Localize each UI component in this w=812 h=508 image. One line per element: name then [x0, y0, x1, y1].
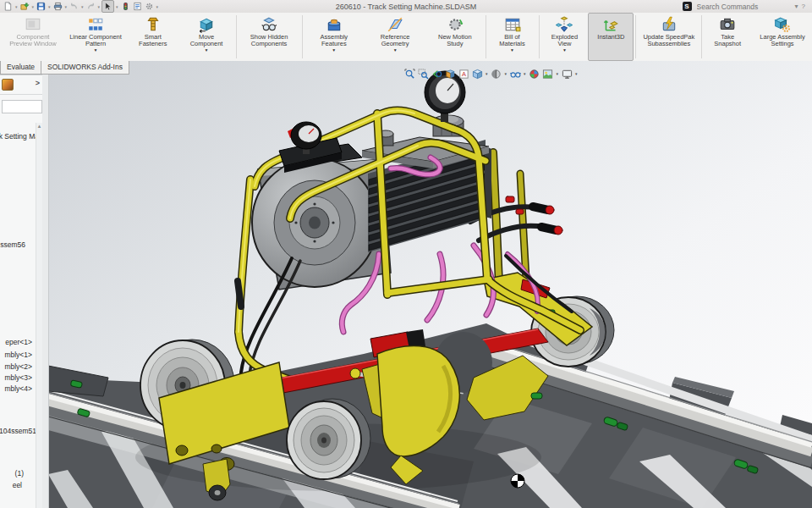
- options-gear-button[interactable]: [144, 1, 155, 12]
- tree-item[interactable]: mbly<4>: [4, 384, 32, 393]
- feature-manager-panel: > ck Setting Massem56eper<1>mbly<1>mbly<…: [0, 75, 42, 508]
- tree-item[interactable]: mbly<1>: [4, 351, 32, 359]
- new-motion-study-icon: [447, 16, 464, 33]
- bill-of-materials-button[interactable]: Bill of Materials▼: [488, 13, 537, 61]
- save-icon: [36, 2, 46, 11]
- options-gear-icon: [145, 2, 154, 11]
- print-button[interactable]: [52, 1, 63, 12]
- redo-icon: [86, 2, 96, 11]
- move-component-button[interactable]: Move Component▼: [179, 13, 234, 61]
- ribbon-button-label: Component Preview Window: [5, 34, 61, 47]
- ribbon-button-label: Assembly Features: [308, 34, 361, 47]
- feature-tree: ck Setting Massem56eper<1>mbly<1>mbly<2>…: [0, 119, 37, 508]
- smart-fasteners-icon: [145, 16, 162, 33]
- scroll-up-icon[interactable]: ▲: [36, 123, 42, 130]
- ribbon-group-separator: [635, 15, 636, 58]
- ribbon-group-separator: [486, 15, 486, 58]
- ribbon-button-label: Large Assembly Settings: [754, 34, 810, 47]
- search-dropdown-icon[interactable]: ▾: [795, 3, 798, 10]
- solidworks-logo-icon: S: [683, 2, 692, 11]
- ribbon-button-label: Bill of Materials: [491, 34, 534, 47]
- tab-evaluate[interactable]: Evaluate: [0, 61, 41, 75]
- redo-button[interactable]: [85, 1, 96, 12]
- tree-item[interactable]: (1): [15, 469, 24, 478]
- save-button[interactable]: [36, 1, 47, 12]
- panel-tab-bar: >: [0, 75, 42, 95]
- file-properties-button[interactable]: [132, 1, 143, 12]
- file-properties-icon: [133, 2, 142, 11]
- panel-expand-button[interactable]: >: [36, 79, 40, 87]
- dropdown-arrow-icon[interactable]: ▼: [94, 48, 98, 52]
- large-assembly-settings-button[interactable]: Large Assembly Settings: [751, 13, 812, 61]
- dropdown-arrow-icon[interactable]: ▾: [81, 4, 84, 9]
- reference-geometry-button[interactable]: Reference Geometry▼: [364, 13, 426, 61]
- solidworks-window: ▾▾▾▾▾▾▾▾ 260610 - Track Setting Machine.…: [0, 0, 812, 508]
- undo-icon: [69, 2, 79, 11]
- help-icon[interactable]: ?: [802, 3, 805, 10]
- dropdown-arrow-icon[interactable]: ▾: [32, 4, 35, 9]
- select-cursor-button[interactable]: [102, 0, 114, 13]
- tab-solidworks-add-ins[interactable]: SOLIDWORKS Add-Ins: [41, 61, 129, 75]
- exploded-view-icon: [556, 16, 573, 33]
- tree-item[interactable]: eel: [13, 481, 22, 489]
- tree-item[interactable]: 104ssem51: [0, 427, 36, 435]
- component-preview-window-icon: [25, 16, 41, 33]
- instant3d-button[interactable]: Instant3D: [588, 13, 634, 61]
- linear-component-pattern-icon: [87, 16, 104, 33]
- exploded-view-button[interactable]: Exploded View▼: [541, 13, 589, 61]
- dropdown-arrow-icon[interactable]: ▾: [116, 4, 118, 9]
- show-hidden-components-button[interactable]: Show Hidden Components: [239, 13, 300, 61]
- take-snapshot-button[interactable]: Take Snapshot: [704, 13, 751, 61]
- ribbon-button-label: Instant3D: [597, 34, 624, 41]
- rebuild-button[interactable]: [120, 1, 131, 12]
- dropdown-arrow-icon[interactable]: ▼: [510, 48, 514, 52]
- update-speedpak-button[interactable]: Update SpeedPak Subassemblies: [638, 13, 700, 61]
- ribbon-button-label: Move Component: [183, 34, 231, 47]
- ribbon-button-label: Show Hidden Components: [242, 34, 297, 47]
- assembly-features-button[interactable]: Assembly Features▼: [304, 13, 365, 61]
- tree-item[interactable]: eper<1>: [5, 338, 32, 346]
- dropdown-arrow-icon[interactable]: ▾: [48, 4, 51, 9]
- tree-item[interactable]: mbly<3>: [4, 373, 32, 382]
- 3d-model-scene[interactable]: [42, 61, 812, 508]
- new-motion-study-button[interactable]: New Motion Study: [426, 13, 483, 61]
- tree-item[interactable]: ck Setting Ma: [0, 132, 37, 141]
- ribbon-button-label: New Motion Study: [430, 34, 480, 47]
- take-snapshot-icon: [719, 16, 736, 33]
- ribbon-button-label: Exploded View: [545, 34, 585, 47]
- rebuild-icon: [121, 2, 130, 11]
- quick-access-toolbar: ▾▾▾▾▾▾▾▾: [0, 0, 159, 13]
- ribbon-group-separator: [236, 15, 237, 58]
- graphics-area[interactable]: A▾▾▾▾▾: [42, 61, 812, 508]
- ribbon-group-separator: [302, 15, 303, 58]
- dropdown-arrow-icon[interactable]: ▾: [65, 4, 68, 9]
- new-document-button[interactable]: [3, 1, 14, 12]
- ribbon-group: Exploded View▼Instant3D: [541, 13, 634, 61]
- dropdown-arrow-icon[interactable]: ▼: [562, 48, 567, 52]
- dropdown-arrow-icon[interactable]: ▼: [205, 48, 209, 52]
- ribbon-group: Component Preview WindowLinear Component…: [2, 13, 234, 61]
- dropdown-arrow-icon[interactable]: ▾: [98, 4, 101, 9]
- dropdown-arrow-icon[interactable]: ▾: [15, 4, 18, 9]
- tree-item[interactable]: ssem56: [0, 240, 25, 249]
- print-icon: [53, 2, 63, 11]
- ribbon-button-label: Take Snapshot: [707, 34, 748, 47]
- new-document-icon: [3, 2, 13, 11]
- search-commands-input[interactable]: [695, 1, 792, 12]
- tree-item[interactable]: mbly<2>: [4, 362, 32, 371]
- dropdown-arrow-icon[interactable]: ▾: [156, 4, 159, 9]
- dropdown-arrow-icon[interactable]: ▼: [393, 48, 398, 52]
- feature-tree-scrollbar[interactable]: ▲: [36, 123, 42, 508]
- command-manager-ribbon: Component Preview WindowLinear Component…: [0, 13, 812, 62]
- open-document-button[interactable]: [19, 1, 30, 12]
- feature-tree-filter-input[interactable]: [2, 100, 42, 113]
- large-assembly-settings-icon: [774, 16, 791, 33]
- panel-tab-icon[interactable]: [2, 79, 14, 91]
- undo-button[interactable]: [69, 1, 80, 12]
- panel-splitter[interactable]: [42, 75, 49, 508]
- title-bar: ▾▾▾▾▾▾▾▾ 260610 - Track Setting Machine.…: [0, 0, 812, 14]
- linear-component-pattern-button[interactable]: Linear Component Pattern▼: [64, 13, 127, 61]
- smart-fasteners-button[interactable]: Smart Fasteners: [127, 13, 179, 61]
- dropdown-arrow-icon[interactable]: ▼: [332, 48, 336, 52]
- assembly-features-icon: [326, 16, 343, 33]
